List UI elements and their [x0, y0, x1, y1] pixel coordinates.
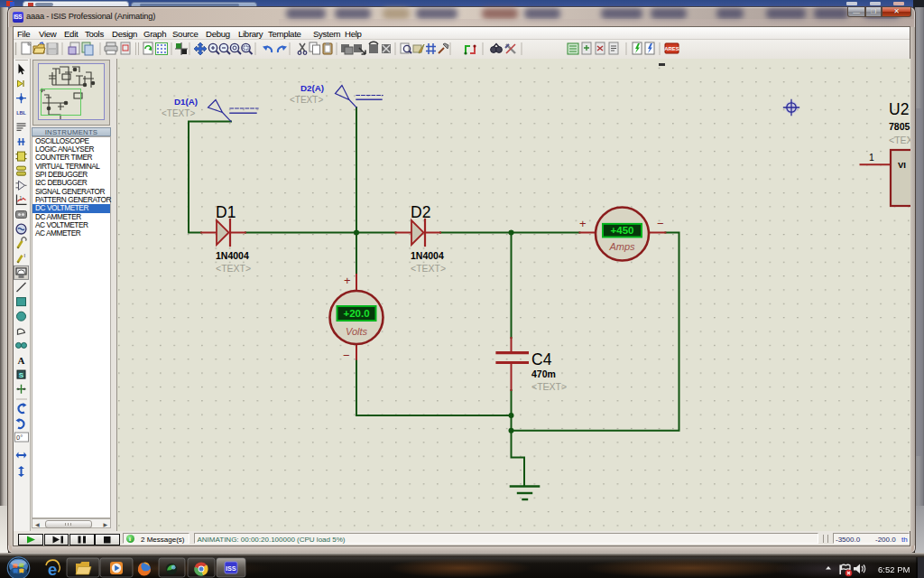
- svg-text:+20.0: +20.0: [343, 308, 369, 319]
- svg-text:0°: 0°: [16, 434, 23, 442]
- svg-text:−: −: [657, 217, 664, 230]
- svg-text:C4: C4: [531, 350, 552, 368]
- svg-text:Amps: Amps: [608, 241, 635, 252]
- svg-text:Volts: Volts: [346, 326, 368, 337]
- svg-text:7805: 7805: [889, 121, 910, 132]
- svg-text:470m: 470m: [531, 368, 556, 379]
- svg-text:<TEXT>: <TEXT>: [290, 95, 323, 105]
- svg-text:+: +: [344, 274, 351, 287]
- svg-text:U2: U2: [889, 100, 909, 118]
- svg-text:ISS: ISS: [226, 565, 236, 572]
- svg-text:+: +: [579, 217, 587, 230]
- svg-text:ARES: ARES: [664, 46, 679, 51]
- svg-text:<TEXT>: <TEXT>: [411, 263, 446, 274]
- svg-text:−: −: [343, 349, 350, 362]
- svg-text:1N4004: 1N4004: [216, 250, 249, 261]
- svg-text:A: A: [18, 355, 25, 366]
- svg-text:I: I: [24, 253, 26, 258]
- svg-text:LBL: LBL: [16, 110, 26, 116]
- svg-text:1N4004: 1N4004: [411, 250, 444, 261]
- svg-text:D2(A): D2(A): [300, 83, 324, 93]
- svg-text:1: 1: [20, 195, 23, 200]
- svg-text:D1(A): D1(A): [174, 97, 198, 107]
- svg-text:<TEXT>: <TEXT>: [216, 263, 251, 274]
- svg-text:<TEX: <TEX: [889, 135, 910, 145]
- svg-text:6:52 PM: 6:52 PM: [878, 564, 910, 574]
- svg-text:VI: VI: [898, 160, 906, 170]
- svg-text:S: S: [19, 371, 24, 379]
- svg-text:1: 1: [869, 152, 874, 163]
- svg-text:<TEXT>: <TEXT>: [162, 108, 195, 118]
- svg-text:<TEXT>: <TEXT>: [531, 381, 567, 392]
- svg-text:D1: D1: [216, 203, 236, 221]
- svg-text:e: e: [48, 560, 58, 578]
- svg-text:+450: +450: [611, 225, 634, 236]
- svg-text:D2: D2: [411, 203, 430, 221]
